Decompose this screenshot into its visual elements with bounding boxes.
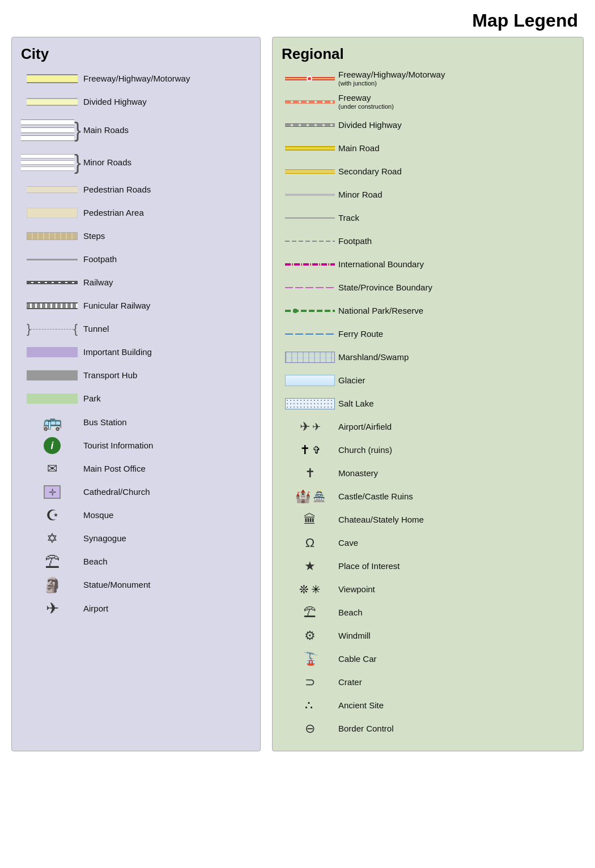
windmill-icon: ⚙ — [304, 628, 316, 643]
list-item: Glacier — [282, 371, 574, 390]
list-item: ⊖ Border Control — [282, 720, 574, 738]
reg-viewpoint-icon: ❊ ✳ — [299, 583, 321, 596]
reg-ferry-symbol — [282, 333, 338, 335]
list-item: 🚌 Bus Station — [21, 413, 251, 431]
list-item: Minor Road — [282, 186, 574, 204]
reg-track-icon — [285, 217, 335, 219]
brace-icon: } — [74, 152, 81, 173]
list-item: Footpath — [282, 232, 574, 250]
intl-boundary-icon — [285, 263, 335, 266]
chateau-icon: 🏛 — [304, 512, 316, 527]
city-airport-symbol: ✈ — [21, 599, 83, 618]
reg-crater-symbol: ⊃ — [282, 675, 338, 690]
tunnel-line — [31, 329, 73, 330]
list-item: Divided Highway — [282, 116, 574, 134]
reg-intl-boundary-symbol — [282, 263, 338, 266]
list-item: International Boundary — [282, 255, 574, 273]
list-item: } Minor Roads — [21, 149, 251, 176]
list-item: Freeway (under construction) — [282, 93, 574, 111]
list-item: ✉ Main Post Office — [21, 460, 251, 478]
reg-intl-boundary-label: International Boundary — [338, 259, 424, 270]
list-item: ✈ ✈ Airport/Airfield — [282, 418, 574, 436]
cathedral-symbol: ✛ — [21, 485, 83, 499]
reg-airport-label: Airport/Airfield — [338, 422, 392, 432]
marshland-icon — [285, 352, 335, 363]
road-line — [21, 166, 74, 171]
reg-track-symbol — [282, 217, 338, 219]
beach-icon: ⛱ — [45, 553, 60, 571]
tunnel-left-bracket: } — [27, 323, 31, 335]
tunnel-icon: } { — [27, 323, 78, 335]
list-item: Freeway/Highway/Motorway — [21, 70, 251, 88]
reg-freeway-label: Freeway/Highway/Motorway (with junction) — [338, 70, 445, 87]
reg-footpath-icon — [285, 241, 335, 242]
reg-freeway-label-sub: (with junction) — [338, 80, 445, 87]
list-item: Pedestrian Area — [21, 204, 251, 222]
reg-divided-hw-icon — [285, 123, 335, 127]
synagogue-label: Synagogue — [83, 533, 126, 544]
transport-hub-icon — [27, 370, 78, 380]
reg-divided-hw-symbol — [282, 123, 338, 127]
monastery-cross-icon: ✝ — [305, 466, 315, 481]
road-line — [21, 127, 74, 133]
airplane-small-icon: ✈ — [312, 421, 321, 433]
ancient-site-icon: ∴ — [305, 698, 315, 713]
statue-icon: 🗿 — [43, 576, 61, 594]
reg-footpath-label: Footpath — [338, 236, 372, 246]
reg-windmill-label: Windmill — [338, 631, 371, 641]
reg-main-road-icon — [285, 146, 335, 151]
cable-car-icon: 🚡 — [303, 652, 318, 666]
footpath-symbol — [21, 259, 83, 260]
minor-roads-symbol: } — [21, 152, 83, 173]
main-roads-symbol: } — [21, 119, 83, 141]
reg-monastery-label: Monastery — [338, 468, 378, 478]
reg-airport-symbol: ✈ ✈ — [282, 420, 338, 434]
list-item: ⛱ Beach — [282, 604, 574, 622]
reg-church-symbol: ✝ ✞ — [282, 443, 338, 457]
main-roads-lines — [21, 119, 74, 141]
airport-circle-icon: ✈ — [46, 599, 59, 618]
main-roads-label: Main Roads — [83, 125, 129, 135]
star-of-david-icon: ✡ — [46, 531, 58, 546]
pedestrian-area-label: Pedestrian Area — [83, 208, 144, 218]
tourist-info-label: Tourist Information — [83, 441, 153, 451]
reg-state-boundary-symbol — [282, 287, 338, 288]
railway-label: Railway — [83, 277, 113, 288]
pedestrian-roads-label: Pedestrian Roads — [83, 185, 151, 195]
railway-symbol — [21, 281, 83, 284]
list-item: Divided Highway — [21, 93, 251, 111]
steps-symbol — [21, 232, 83, 240]
salt-lake-icon — [285, 398, 335, 409]
bus-station-symbol: 🚌 — [21, 413, 83, 431]
road-line — [21, 135, 74, 141]
page-container: Map Legend City Freeway/Highway/Motorway… — [0, 0, 595, 763]
reg-national-park-label: National Park/Reserve — [338, 306, 423, 316]
list-item: Salt Lake — [282, 395, 574, 413]
list-item: Ferry Route — [282, 325, 574, 343]
bus-station-label: Bus Station — [83, 417, 127, 427]
reg-castle-symbol: 🏰 🏯 — [282, 489, 338, 504]
list-item: National Park/Reserve — [282, 302, 574, 320]
park-symbol — [21, 394, 83, 404]
border-control-icon: ⊖ — [305, 721, 315, 736]
reg-state-boundary-label: State/Province Boundary — [338, 283, 432, 293]
road-line — [21, 119, 74, 125]
statue-label: Statue/Monument — [83, 580, 150, 590]
list-item: Park — [21, 390, 251, 408]
list-item: ✝ ✞ Church (ruins) — [282, 441, 574, 459]
park-label: Park — [83, 394, 101, 404]
reg-cable-car-label: Cable Car — [338, 654, 377, 664]
divided-highway-label: Divided Highway — [83, 97, 147, 107]
minor-roads-label: Minor Roads — [83, 157, 131, 168]
castle-ruins-icon: 🏯 — [313, 490, 325, 503]
reg-chateau-label: Chateau/Stately Home — [338, 515, 424, 525]
regional-column: Regional Freeway/Highway/Motorway (with … — [272, 37, 584, 751]
list-item: Track — [282, 209, 574, 227]
page-title: Map Legend — [0, 0, 595, 37]
reg-fc-main: Freeway — [338, 93, 371, 102]
castle-icon: 🏰 — [295, 489, 311, 504]
reg-main-road-label: Main Road — [338, 143, 380, 153]
reg-ferry-label: Ferry Route — [338, 329, 383, 339]
minor-roads-lines — [21, 154, 74, 171]
regional-title: Regional — [282, 45, 574, 63]
